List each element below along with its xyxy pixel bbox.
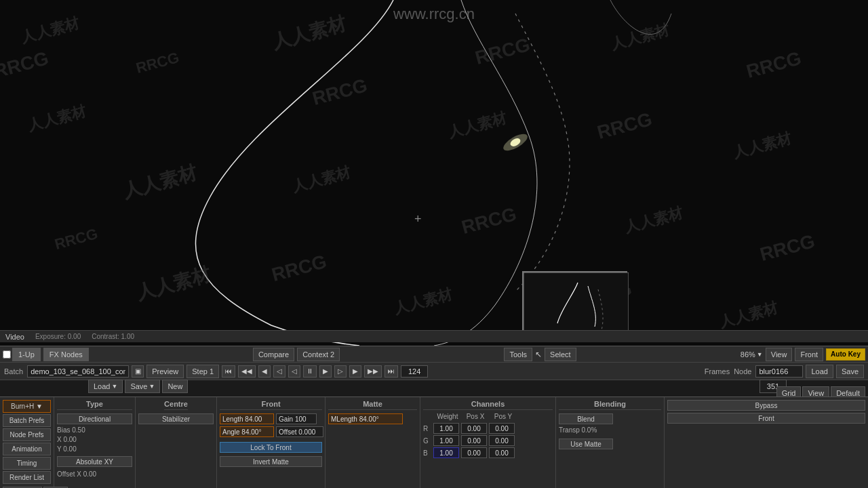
type-header: Type xyxy=(57,400,132,410)
right-front-btn[interactable]: Front xyxy=(667,413,865,424)
r-weight[interactable]: 1.00 xyxy=(433,423,459,434)
b-posy[interactable]: 0.00 xyxy=(489,447,515,458)
b-label: B xyxy=(423,449,431,457)
pause-btn[interactable]: ⏸ xyxy=(303,365,317,378)
directional-btn[interactable]: Directional xyxy=(57,413,132,424)
r-posx[interactable]: 0.00 xyxy=(461,423,487,434)
svg-rect-0 xyxy=(0,0,868,346)
preview-thumbnail xyxy=(522,271,627,339)
animation-btn[interactable]: Animation xyxy=(3,443,51,455)
rev-play-btn[interactable]: ◁ xyxy=(288,365,300,378)
use-matte-btn[interactable]: Use Matte xyxy=(559,439,613,449)
absolute-xy-btn[interactable]: Absolute XY xyxy=(57,456,132,467)
zoom-arrow-icon: ▼ xyxy=(757,351,763,358)
go-start-btn[interactable]: ⏮ xyxy=(222,365,235,378)
b-posx[interactable]: 0.00 xyxy=(461,447,487,458)
node-prefs-btn[interactable]: Node Prefs xyxy=(3,428,51,441)
step-btn[interactable]: Step 1 xyxy=(186,365,219,378)
preview-btn[interactable]: Preview xyxy=(146,365,184,378)
g-label: G xyxy=(423,437,431,445)
offset-x-label: Offset X 0.00 xyxy=(57,470,96,478)
channels-header: Channels xyxy=(423,400,553,410)
node-label: Node xyxy=(734,367,751,375)
g-posy[interactable]: 0.00 xyxy=(489,435,515,446)
prev-frame-btn[interactable]: ◀ xyxy=(258,365,271,378)
offset-input[interactable] xyxy=(276,426,323,437)
viewport: www.rrcg.cn 人人素材 RRCG 人人素材 RRCG 人人素材 RRC… xyxy=(0,0,868,346)
batch-prefs-btn[interactable]: Batch Prefs xyxy=(3,414,51,427)
batch-label: Batch xyxy=(4,367,23,375)
go-end-btn[interactable]: ⏭ xyxy=(384,365,398,378)
burn-in-btn[interactable]: Burn+H ▼ xyxy=(3,400,51,413)
viewport-checkbox[interactable] xyxy=(3,350,11,359)
g-posx[interactable]: 0.00 xyxy=(461,435,487,446)
new-btn[interactable]: New xyxy=(162,380,188,393)
front-header: Front xyxy=(220,400,322,410)
tab-fx-nodes[interactable]: FX Nodes xyxy=(43,348,89,361)
right-area: Bypass Front xyxy=(665,397,868,488)
prev-1-btn[interactable]: ◁ xyxy=(273,365,285,378)
frame-input[interactable] xyxy=(401,365,428,378)
matte-col: Matte xyxy=(326,397,420,488)
blending-col: Blending Blend Transp 0.0% Use Matte xyxy=(556,397,665,488)
bypass-btn[interactable]: Bypass xyxy=(667,400,865,411)
param-panel: Burn+H ▼ Batch Prefs Node Prefs Animatio… xyxy=(0,396,868,488)
node-input[interactable]: blur0166 xyxy=(755,365,803,378)
r-posy[interactable]: 0.00 xyxy=(489,423,515,434)
invert-matte-btn[interactable]: Invert Matte xyxy=(220,456,322,467)
transp-label: Transp 0.0% xyxy=(559,426,597,434)
prev10-btn[interactable]: ◀◀ xyxy=(238,365,256,378)
tab-1up[interactable]: 1-Up xyxy=(12,348,41,361)
centre-header: Centre xyxy=(164,400,188,410)
stabilizer-btn[interactable]: Stabilizer xyxy=(138,413,214,424)
matte-header: Matte xyxy=(328,400,417,410)
length-input[interactable] xyxy=(220,413,274,424)
next10-btn[interactable]: ▶▶ xyxy=(364,365,382,378)
info-bar: Video Exposure: 0.00 Contrast: 1.00 xyxy=(0,330,868,342)
mlength-input[interactable] xyxy=(328,413,403,424)
g-weight[interactable]: 1.00 xyxy=(433,435,459,446)
zoom-value: 86% xyxy=(741,350,755,359)
blend-btn[interactable]: Blend xyxy=(559,413,613,424)
video-label: Video xyxy=(5,333,24,341)
left-buttons: Burn+H ▼ Batch Prefs Node Prefs Animatio… xyxy=(0,397,54,488)
b-weight[interactable]: 1.00 xyxy=(433,447,459,458)
front-col: Front Lock To Front Invert Matte xyxy=(217,397,326,488)
front-btn[interactable]: Front xyxy=(795,348,823,361)
top-toolbar: 1-Up FX Nodes Compare Context 2 Tools ↖ … xyxy=(0,346,868,363)
frames-label: Frames xyxy=(705,367,730,375)
blending-header: Blending xyxy=(559,400,661,410)
compare-btn[interactable]: Compare xyxy=(253,348,294,361)
node-load-btn[interactable]: Load xyxy=(806,365,833,378)
batch-toolbar: Batch demo_103_se_068_100_comp_v ▣ Previ… xyxy=(0,363,868,380)
posx-header: Pos X xyxy=(462,413,488,420)
posy-header: Pos Y xyxy=(490,413,516,420)
timing-btn[interactable]: Timing xyxy=(3,457,51,470)
weight-header: Weight xyxy=(435,413,460,420)
x-label: X 0.00 xyxy=(57,436,77,443)
load-save-row: Load▼ Save▼ New xyxy=(88,380,188,393)
lock-to-front-btn[interactable]: Lock To Front xyxy=(220,442,322,453)
load-btn[interactable]: Load▼ xyxy=(88,380,123,393)
node-save-btn[interactable]: Save xyxy=(836,365,864,378)
select-btn[interactable]: Select xyxy=(545,348,576,361)
centre-col: Centre Stabilizer xyxy=(136,397,217,488)
exposure-label: Exposure: 0.00 xyxy=(35,333,81,340)
context2-btn[interactable]: Context 2 xyxy=(297,348,340,361)
autokey-btn[interactable]: Auto Key xyxy=(826,348,865,361)
type-col: Type Directional Bias 0.50 X 0.00 Y 0.00… xyxy=(54,397,136,488)
play-btn[interactable]: ▶ xyxy=(319,365,332,378)
batch-file-input[interactable]: demo_103_se_068_100_comp_v xyxy=(27,365,129,378)
save-btn[interactable]: Save▼ xyxy=(125,380,160,393)
render-list-btn[interactable]: Render List xyxy=(3,471,51,484)
curve-svg xyxy=(0,0,868,346)
cursor-icon: ↖ xyxy=(535,350,542,359)
next-1-btn[interactable]: ▷ xyxy=(334,365,347,378)
angle-input[interactable] xyxy=(220,426,274,437)
view-btn[interactable]: View xyxy=(766,348,793,361)
batch-icon-btn[interactable]: ▣ xyxy=(132,365,144,378)
gain-input[interactable] xyxy=(276,413,317,424)
tools-btn[interactable]: Tools xyxy=(504,348,532,361)
bias-label: Bias 0.50 xyxy=(57,426,85,434)
next-frame-btn[interactable]: ▶ xyxy=(349,365,361,378)
